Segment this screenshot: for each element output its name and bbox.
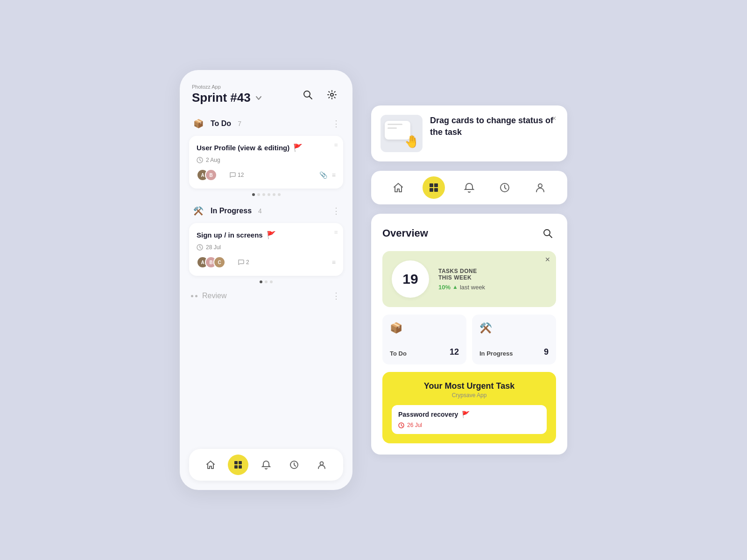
status-todo-count: 12 [450, 347, 459, 357]
inprogress-avatars: A B C [197, 256, 226, 268]
inprogress-menu-icon: ≡ [332, 259, 336, 266]
overview-search-button[interactable] [539, 225, 556, 242]
menu-icon: ≡ [332, 171, 336, 179]
status-todo-label: To Do [390, 350, 407, 357]
tooltip-nav-board[interactable] [423, 176, 445, 199]
inprogress-task-title-row: Sign up / in screens 🚩 [197, 231, 336, 239]
tooltip-nav-profile[interactable] [529, 176, 551, 199]
todo-avatars: A B [197, 169, 217, 181]
todo-title: To Do [211, 119, 231, 128]
trend-arrow: ▲ [452, 284, 458, 290]
phone-header: Photozz App Sprint #43 [189, 84, 343, 105]
svg-rect-14 [434, 188, 438, 192]
inprogress-footer-actions: ≡ [332, 259, 336, 266]
app-label: Photozz App [192, 84, 263, 90]
todo-section-header: 📦 To Do 7 ⋮ [189, 116, 343, 131]
header-left: Photozz App Sprint #43 [192, 84, 263, 105]
tasks-done-close-button[interactable]: ✕ [545, 256, 550, 263]
todo-task-card[interactable]: ⌗ User Profile (view & editing) 🚩 2 Aug … [189, 136, 343, 189]
tasks-done-label: TASKS DONE THIS WEEK [438, 268, 485, 281]
urgent-task-date: 26 Jul [398, 422, 540, 428]
phone-nav-home[interactable] [200, 455, 221, 475]
inprogress-header-left: ⚒️ In Progress 4 [191, 203, 262, 218]
review-section: Review ⋮ [189, 291, 343, 301]
review-left: Review [191, 292, 226, 300]
dot-2 [257, 193, 260, 196]
review-dot-1 [191, 295, 193, 297]
right-panel: 🤚 Drag cards to change status of the tas… [371, 105, 567, 455]
urgent-flag-icon: 🚩 [462, 411, 470, 418]
trend-pct: 10% [438, 284, 451, 291]
tasks-done-trend: 10% ▲ last week [438, 284, 485, 291]
status-card-inprogress[interactable]: ⚒️ In Progress 9 [472, 315, 556, 364]
svg-rect-8 [239, 465, 242, 469]
svg-rect-11 [430, 183, 433, 187]
todo-header-left: 📦 To Do 7 [191, 116, 241, 131]
search-button[interactable] [299, 86, 316, 103]
drag-hand-icon: 🤚 [404, 134, 419, 149]
phone-nav-activity[interactable] [284, 455, 304, 475]
inprogress-dot-3 [270, 280, 273, 283]
avatar-2: B [205, 169, 217, 181]
urgent-task-subtitle: Crypsave App [392, 392, 547, 399]
sprint-title: Sprint #43 [192, 91, 263, 105]
inprogress-comment-icon [238, 259, 244, 266]
phone-nav-profile[interactable] [311, 455, 332, 475]
tooltip-nav-bell[interactable] [458, 176, 480, 199]
settings-button[interactable] [324, 86, 340, 103]
svg-rect-7 [234, 465, 238, 469]
phone-panel: Photozz App Sprint #43 [180, 70, 352, 490]
tooltip-nav [371, 171, 567, 204]
inprogress-dot-1 [260, 280, 262, 283]
red-flag-icon: 🚩 [293, 143, 303, 152]
inprogress-task-date: 28 Jul [197, 244, 336, 251]
tasks-done-count: 19 [392, 260, 429, 298]
svg-line-18 [550, 235, 552, 238]
inprogress-task-card[interactable]: ⌗ Sign up / in screens 🚩 28 Jul A B C [189, 223, 343, 276]
review-title: Review [202, 292, 226, 300]
inprogress-card-drag-icon: ⌗ [334, 229, 338, 236]
overview-card: Overview ✕ 19 TASKS DONE THIS WEEK 10% ▲ [371, 214, 567, 455]
dot-3 [262, 193, 265, 196]
todo-more-button[interactable]: ⋮ [332, 119, 341, 129]
tooltip-close-button[interactable]: × [549, 113, 560, 124]
inprogress-task-title: Sign up / in screens [197, 231, 263, 239]
drag-line-2 [388, 127, 397, 129]
phone-nav-board[interactable] [228, 455, 248, 475]
dot-1 [252, 193, 255, 196]
inprogress-avatar-3: C [213, 256, 226, 268]
status-inprogress-count: 9 [544, 347, 549, 357]
tooltip-nav-home[interactable] [387, 176, 409, 199]
tooltip-illustration: 🤚 [381, 115, 423, 152]
todo-icon: 📦 [191, 116, 206, 131]
tooltip-card: 🤚 Drag cards to change status of the tas… [371, 105, 567, 161]
chevron-down-icon[interactable] [254, 94, 263, 102]
phone-nav-bell[interactable] [256, 455, 276, 475]
overview-title: Overview [382, 227, 428, 239]
svg-rect-6 [239, 461, 242, 464]
todo-task-title: User Profile (view & editing) [197, 144, 289, 152]
inprogress-clock-icon [197, 244, 203, 251]
tooltip-nav-activity[interactable] [493, 176, 516, 199]
inprogress-task-footer: A B C 2 ≡ [197, 256, 336, 268]
svg-rect-5 [234, 461, 238, 464]
svg-line-1 [310, 96, 312, 99]
drag-animation: 🤚 [383, 117, 420, 150]
urgent-task-item[interactable]: Password recovery 🚩 26 Jul [392, 405, 547, 434]
overview-header: Overview [382, 225, 556, 242]
status-card-todo[interactable]: 📦 To Do 12 [382, 315, 466, 364]
comment-icon [229, 172, 236, 178]
phone-bottom-nav [189, 449, 343, 481]
status-inprogress-icon: ⚒️ [479, 322, 549, 334]
attachment-icon: 📎 [319, 171, 327, 179]
review-dot-2 [195, 295, 197, 297]
inprogress-dot-2 [265, 280, 268, 283]
review-more-button[interactable]: ⋮ [332, 291, 341, 301]
urgent-task-name: Password recovery 🚩 [398, 411, 540, 418]
review-dots [191, 295, 197, 297]
inprogress-more-button[interactable]: ⋮ [332, 206, 341, 216]
svg-rect-13 [430, 188, 433, 192]
inprogress-icon: ⚒️ [191, 203, 206, 218]
svg-point-16 [538, 184, 542, 188]
status-inprogress-bottom: In Progress 9 [479, 347, 549, 357]
